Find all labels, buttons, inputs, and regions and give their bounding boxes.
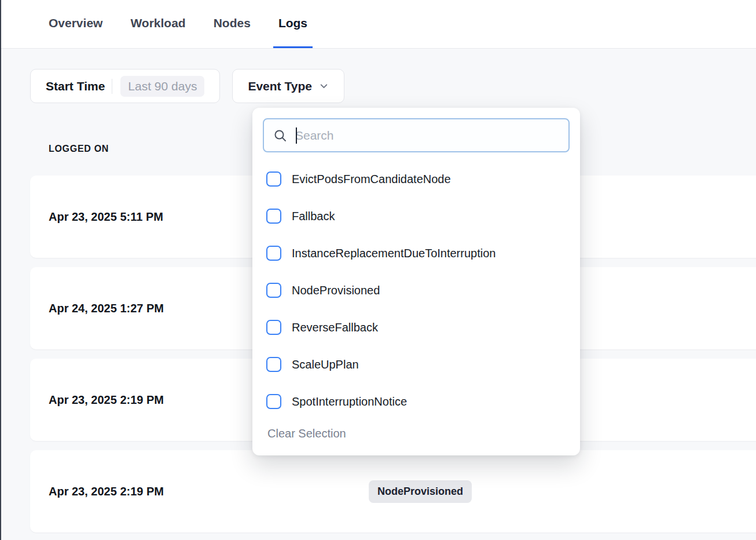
option-label: Fallback xyxy=(292,210,335,223)
option-label: InstanceReplacementDueToInterruption xyxy=(292,247,496,260)
event-type-label: Event Type xyxy=(248,79,311,93)
dropdown-option[interactable]: ScaleUpPlan xyxy=(252,346,580,383)
search-input[interactable] xyxy=(295,129,559,143)
tab-label: Workload xyxy=(130,16,185,30)
dropdown-option[interactable]: NodeProvisioned xyxy=(252,272,580,309)
checkbox[interactable] xyxy=(266,209,281,224)
tab-logs[interactable]: Logs xyxy=(273,0,313,48)
tab-label: Logs xyxy=(278,16,307,30)
checkbox[interactable] xyxy=(266,246,281,261)
event-type-dropdown: EvictPodsFromCandidateNode Fallback Inst… xyxy=(252,108,580,455)
start-time-label: Start Time xyxy=(46,79,105,93)
logged-on-value: Apr 23, 2025 2:19 PM xyxy=(49,485,369,498)
dropdown-option[interactable]: InstanceReplacementDueToInterruption xyxy=(252,235,580,272)
tab-workload[interactable]: Workload xyxy=(125,0,190,48)
start-time-filter-button[interactable]: Start Time Last 90 days xyxy=(30,69,220,103)
dropdown-option[interactable]: Fallback xyxy=(252,198,580,235)
clear-selection-button[interactable]: Clear Selection xyxy=(267,427,346,440)
option-label: NodeProvisioned xyxy=(292,284,380,297)
dropdown-option[interactable]: EvictPodsFromCandidateNode xyxy=(252,160,580,198)
option-label: EvictPodsFromCandidateNode xyxy=(292,173,451,186)
checkbox[interactable] xyxy=(266,283,281,298)
divider xyxy=(112,79,112,94)
start-time-value: Last 90 days xyxy=(120,76,204,97)
checkbox[interactable] xyxy=(266,320,281,335)
tab-nodes[interactable]: Nodes xyxy=(208,0,256,48)
checkbox[interactable] xyxy=(266,394,281,409)
logs-content: Start Time Last 90 days Event Type LOGGE… xyxy=(1,49,756,539)
chevron-down-icon xyxy=(319,81,329,91)
dropdown-option[interactable]: ReverseFallback xyxy=(252,309,580,346)
event-type-filter-button[interactable]: Event Type xyxy=(232,69,344,103)
option-label: ScaleUpPlan xyxy=(292,358,359,371)
dropdown-option[interactable]: SpotInterruptionNotice xyxy=(252,383,580,420)
text-cursor xyxy=(296,127,297,144)
tab-label: Nodes xyxy=(214,16,251,30)
event-type-badge: NodeProvisioned xyxy=(369,480,472,503)
search-icon xyxy=(273,129,287,143)
option-label: ReverseFallback xyxy=(292,321,378,334)
logs-page: Overview Workload Nodes Logs Start Time … xyxy=(0,0,756,540)
checkbox[interactable] xyxy=(266,357,281,372)
tab-bar: Overview Workload Nodes Logs xyxy=(1,0,756,49)
table-row[interactable]: Apr 23, 2025 2:19 PM NodeProvisioned xyxy=(30,450,756,532)
dropdown-search xyxy=(263,118,570,152)
option-label: SpotInterruptionNotice xyxy=(292,395,407,408)
tab-label: Overview xyxy=(49,16,102,30)
tab-overview[interactable]: Overview xyxy=(43,0,108,48)
checkbox[interactable] xyxy=(266,172,281,187)
filter-bar: Start Time Last 90 days Event Type xyxy=(1,49,756,103)
